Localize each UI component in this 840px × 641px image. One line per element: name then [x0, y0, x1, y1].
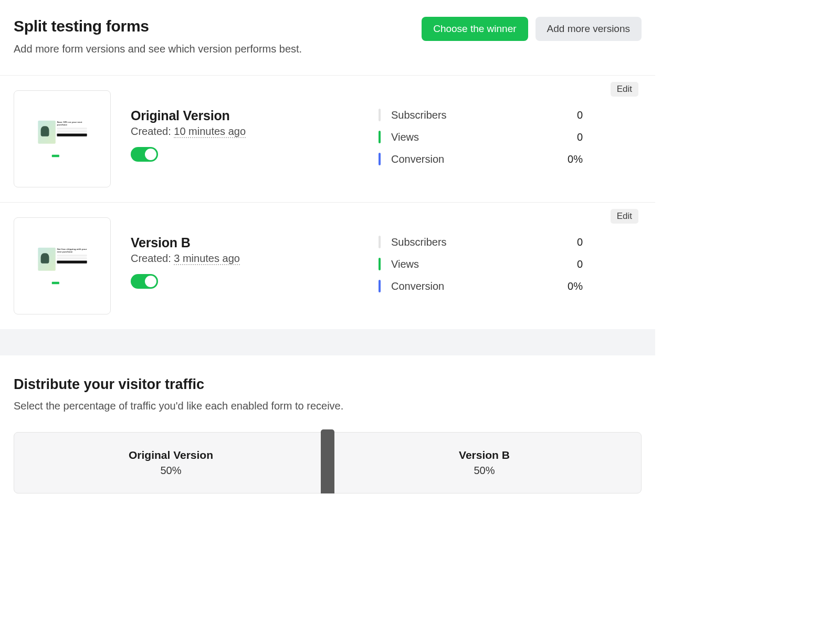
- segment-percent: 50%: [474, 465, 495, 477]
- thumbnail-image-icon: [38, 121, 55, 144]
- version-row: Edit Save 10% on your next purchase: [0, 76, 655, 203]
- traffic-segment: Original Version 50%: [14, 433, 328, 493]
- add-more-versions-button[interactable]: Add more versions: [536, 17, 642, 41]
- distribute-title: Distribute your visitor traffic: [14, 376, 642, 393]
- segment-name: Version B: [459, 449, 510, 461]
- created-ago: 10 minutes ago: [174, 125, 246, 138]
- segment-name: Original Version: [129, 449, 213, 461]
- traffic-handle[interactable]: [321, 429, 334, 493]
- edit-button[interactable]: Edit: [611, 82, 638, 97]
- version-name: Version B: [131, 235, 363, 250]
- version-row: Edit Get free shipping with your next pu…: [0, 203, 655, 329]
- stat-bar-icon: [379, 280, 381, 292]
- form-thumbnail[interactable]: Get free shipping with your next purchas…: [14, 217, 111, 314]
- thumbnail-badge-icon: [51, 155, 59, 157]
- choose-winner-button[interactable]: Choose the winner: [422, 17, 528, 41]
- version-toggle[interactable]: [131, 274, 158, 289]
- traffic-slider[interactable]: Original Version 50% Version B 50%: [14, 432, 642, 493]
- page-title: Split testing forms: [14, 17, 422, 36]
- stat-value-views: 0: [577, 131, 642, 143]
- stat-value-views: 0: [577, 258, 642, 270]
- stat-bar-icon: [379, 236, 381, 248]
- version-toggle[interactable]: [131, 147, 158, 162]
- stat-bar-icon: [379, 258, 381, 270]
- thumbnail-headline: Get free shipping with your next purchas…: [57, 248, 87, 254]
- thumbnail-headline: Save 10% on your next purchase: [57, 121, 87, 127]
- form-thumbnail[interactable]: Save 10% on your next purchase: [14, 90, 111, 187]
- stat-value-subscribers: 0: [577, 109, 642, 121]
- stat-label-views: Views: [391, 258, 419, 270]
- thumbnail-badge-icon: [51, 282, 59, 284]
- stat-label-views: Views: [391, 131, 419, 143]
- stat-label-conversion: Conversion: [391, 153, 444, 165]
- stat-bar-icon: [379, 131, 381, 143]
- stat-label-subscribers: Subscribers: [391, 236, 447, 248]
- stat-value-conversion: 0%: [568, 153, 642, 165]
- thumbnail-image-icon: [38, 248, 55, 271]
- stat-value-conversion: 0%: [568, 280, 642, 292]
- edit-button[interactable]: Edit: [611, 209, 638, 224]
- version-stats: Subscribers 0 Views 0 Conversion 0%: [363, 217, 642, 297]
- created-ago: 3 minutes ago: [174, 253, 240, 265]
- distribute-subtitle: Select the percentage of traffic you'd l…: [14, 400, 642, 412]
- traffic-segment: Version B 50%: [328, 433, 641, 493]
- stat-label-conversion: Conversion: [391, 280, 444, 292]
- stat-label-subscribers: Subscribers: [391, 109, 447, 121]
- segment-percent: 50%: [160, 465, 181, 477]
- stat-bar-icon: [379, 153, 381, 165]
- stat-bar-icon: [379, 109, 381, 121]
- page-subtitle: Add more form versions and see which ver…: [14, 43, 422, 55]
- version-created: Created: 10 minutes ago: [131, 125, 363, 138]
- version-created: Created: 3 minutes ago: [131, 253, 363, 265]
- version-stats: Subscribers 0 Views 0 Conversion 0%: [363, 90, 642, 170]
- stat-value-subscribers: 0: [577, 236, 642, 248]
- version-name: Original Version: [131, 108, 363, 123]
